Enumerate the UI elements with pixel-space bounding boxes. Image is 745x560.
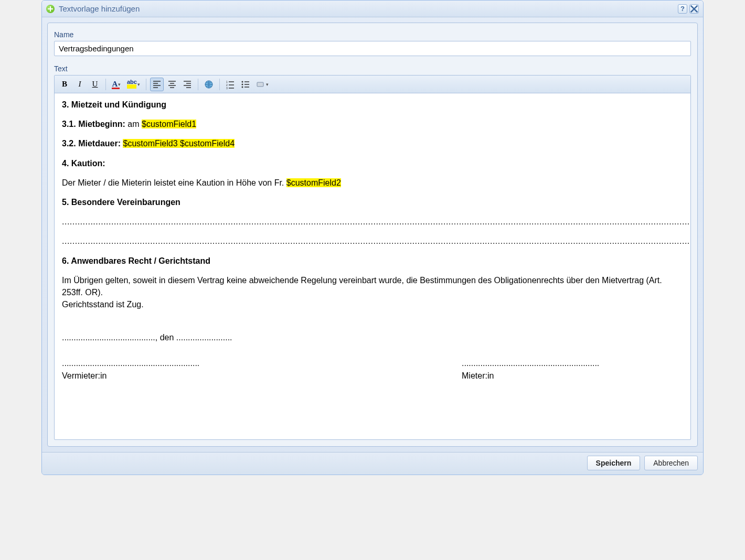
bold-button[interactable]: B (58, 78, 71, 91)
insert-object-button[interactable]: ▾ (254, 78, 271, 91)
signature-right: ........................................… (283, 357, 683, 381)
signature-row: ........................................… (62, 357, 683, 381)
content-panel: Name Text B I U A ▾ a (47, 23, 698, 447)
placeholder-customfield3-4: $customField3 $customField4 (123, 139, 235, 148)
align-left-icon (152, 80, 162, 89)
insert-icon (256, 80, 265, 89)
highlight-swatch (127, 84, 136, 89)
toolbar-separator (198, 79, 198, 90)
italic-button[interactable]: I (73, 78, 87, 91)
window-title: Textvorlage hinzufügen (59, 4, 140, 13)
save-button[interactable]: Speichern (587, 456, 641, 470)
align-right-icon (183, 80, 192, 89)
svg-text:3: 3 (226, 87, 228, 89)
name-input[interactable] (54, 41, 691, 56)
forecolor-button[interactable]: A ▾ (110, 78, 123, 91)
forecolor-swatch (112, 88, 120, 89)
highlight-button[interactable]: abc ▾ (125, 78, 142, 91)
rich-text-editor: B I U A ▾ abc ▾ (54, 75, 691, 440)
toolbar-separator (219, 79, 220, 90)
dialog-footer: Speichern Abbrechen (42, 452, 703, 475)
heading-6: 6. Anwendbares Recht / Gerichtstand (62, 256, 210, 265)
titlebar: Textvorlage hinzufügen ? (42, 1, 703, 17)
close-button[interactable] (689, 4, 699, 14)
cancel-button[interactable]: Abbrechen (644, 456, 698, 470)
toolbar-separator (105, 79, 106, 90)
align-right-button[interactable] (180, 78, 194, 91)
help-button[interactable]: ? (678, 4, 687, 14)
heading-4: 4. Kaution: (62, 159, 105, 168)
place-date-line: ........................................… (62, 331, 683, 343)
ordered-list-icon: 123 (226, 80, 235, 89)
underline-button[interactable]: U (88, 78, 102, 91)
unordered-list-icon (241, 80, 250, 89)
svg-rect-7 (257, 82, 263, 87)
toolbar-separator (146, 79, 146, 90)
dialog-window: Textvorlage hinzufügen ? Name Text B I U (41, 0, 704, 475)
heading-3-1: 3.1. Mietbeginn: (62, 120, 125, 128)
signature-right-label: Mieter:in (462, 371, 494, 380)
fill-line: ........................................… (62, 235, 683, 247)
svg-point-6 (241, 86, 243, 88)
align-center-icon (167, 80, 177, 89)
align-left-button[interactable] (150, 78, 164, 91)
editor-content[interactable]: 3. Mietzeit und Kündigung 3.1. Mietbegin… (55, 93, 690, 439)
signature-left-label: Vermieter:in (62, 371, 107, 380)
align-center-button[interactable] (165, 78, 179, 91)
svg-point-4 (241, 81, 243, 82)
fill-line: ........................................… (62, 216, 683, 228)
svg-point-5 (241, 83, 243, 85)
ordered-list-button[interactable]: 123 (224, 78, 237, 91)
dropdown-icon: ▾ (137, 82, 140, 87)
name-label: Name (54, 30, 691, 39)
dropdown-icon: ▾ (118, 82, 121, 87)
heading-3: 3. Mietzeit und Kündigung (62, 100, 166, 109)
heading-3-2: 3.2. Mietdauer: (62, 139, 121, 148)
heading-5: 5. Besondere Vereinbarungen (62, 198, 180, 207)
name-field-group: Name (54, 30, 691, 56)
placeholder-customfield2: $customField2 (286, 178, 341, 187)
insert-link-button[interactable] (202, 78, 216, 91)
unordered-list-button[interactable] (239, 78, 252, 91)
titlebar-tools: ? (678, 4, 699, 14)
text-field-group: Text B I U A ▾ abc (54, 64, 691, 440)
add-icon (46, 5, 55, 13)
dropdown-icon: ▾ (266, 82, 269, 87)
globe-icon (204, 80, 214, 89)
text-label: Text (54, 64, 691, 73)
signature-left: ........................................… (62, 357, 283, 381)
editor-toolbar: B I U A ▾ abc ▾ (55, 76, 690, 93)
placeholder-customfield1: $customField1 (142, 120, 196, 128)
